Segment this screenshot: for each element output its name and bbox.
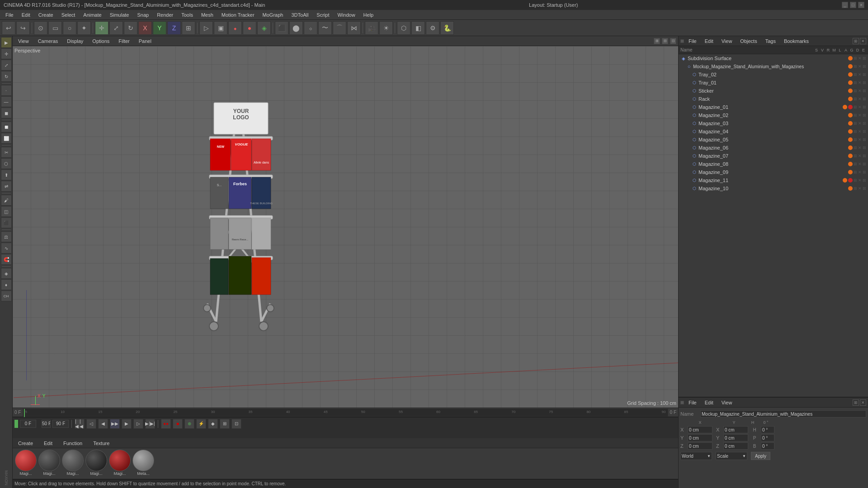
tool-points[interactable]: · — [1, 85, 12, 96]
vp-menu-cameras[interactable]: Cameras — [34, 38, 62, 45]
material-swatch-5[interactable]: Meta... — [132, 450, 155, 478]
prev-frame-button[interactable]: ◀ — [98, 419, 108, 429]
tool-sculpt[interactable]: ♦ — [1, 279, 12, 290]
motion-button[interactable]: ⚡ — [196, 419, 206, 429]
render-region-button[interactable]: ▣ — [214, 21, 227, 35]
y-axis-button[interactable]: Y — [153, 21, 166, 35]
mat-menu-function[interactable]: Function — [60, 440, 86, 447]
mat-menu-texture[interactable]: Texture — [90, 440, 113, 447]
end-frame-input[interactable] — [52, 420, 69, 428]
rotate-button[interactable]: ↻ — [124, 21, 137, 35]
obj-menu-objects[interactable]: Objects — [736, 38, 760, 45]
tool-weight[interactable]: ⚖ — [1, 231, 12, 242]
tool-extrude[interactable]: ⬆ — [1, 169, 12, 180]
menu-snap[interactable]: Snap — [133, 11, 152, 19]
obj-magazine-08[interactable]: ⬡ Magazine_08 ⊞✕⊠ — [679, 160, 868, 168]
first-frame-button[interactable]: |◀ — [75, 419, 85, 429]
redo-button[interactable]: ↪ — [16, 21, 30, 35]
light-button[interactable]: ☀ — [379, 21, 393, 35]
tool-workplane[interactable]: ⬜ — [1, 133, 12, 144]
vp-menu-filter[interactable]: Filter — [115, 38, 133, 45]
pos-x-input[interactable]: 0 cm — [688, 426, 712, 433]
pos-z-input[interactable]: 0 cm — [688, 442, 712, 450]
vp-menu-panel[interactable]: Panel — [135, 38, 155, 45]
move-button[interactable]: ✛ — [95, 21, 108, 35]
tool-bevel[interactable]: ⬡ — [1, 158, 12, 169]
scale-dropdown[interactable]: Scale ▼ — [716, 452, 747, 460]
anim-button[interactable]: ⊕ — [184, 419, 194, 429]
key-all-button[interactable]: ◆ — [208, 419, 218, 429]
tool-select[interactable]: ▶ — [1, 37, 12, 48]
menu-help[interactable]: Help — [360, 11, 377, 19]
prev-key-button[interactable]: ◁ — [86, 419, 96, 429]
obj-menu-tags[interactable]: Tags — [762, 38, 779, 45]
anim-key-button[interactable]: ⬥ — [228, 21, 242, 35]
live-select-button[interactable]: ⊙ — [34, 21, 47, 35]
obj-manager-icon-2[interactable]: ✕ — [860, 38, 866, 44]
obj-magazine-11[interactable]: ⬡ Magazine_11 ⊞✕⊠ — [679, 176, 868, 184]
obj-magazine-01[interactable]: ⬡ Magazine_01 ⊞✕⊠ — [679, 103, 868, 111]
obj-magazine-02[interactable]: ⬡ Magazine_02 ⊞✕⊠ — [679, 111, 868, 119]
next-key-button[interactable]: ▷ — [133, 419, 143, 429]
obj-menu-edit[interactable]: Edit — [701, 38, 717, 45]
obj-rack[interactable]: ⬡ Rack ⊞✕⊠ — [679, 95, 868, 103]
world-dropdown[interactable]: World ▼ — [680, 452, 712, 460]
tool-move[interactable]: ✛ — [1, 48, 12, 59]
settings-button[interactable]: ⚙ — [426, 21, 439, 35]
vp-menu-options[interactable]: Options — [89, 38, 113, 45]
obj-menu-view[interactable]: View — [718, 38, 736, 45]
current-frame-input[interactable] — [20, 420, 36, 428]
tool-smooth[interactable]: ∿ — [1, 243, 12, 253]
next-frame-button[interactable]: ▶ — [122, 419, 132, 429]
material-swatch-4[interactable]: Magi... — [108, 450, 131, 478]
menu-script[interactable]: Script — [313, 11, 333, 19]
tool-polys[interactable]: ◼ — [1, 108, 12, 118]
last-frame-button[interactable]: ▶| — [145, 419, 155, 429]
pos-x2-input[interactable]: 0 cm — [723, 426, 748, 433]
render-button[interactable]: ▷ — [199, 21, 213, 35]
viewport-icon-1[interactable]: ⊞ — [654, 38, 660, 44]
obj-tray-02[interactable]: ⬡ Tray_02 ⊞✕⊠ — [679, 70, 868, 79]
mat-menu-create[interactable]: Create — [14, 440, 37, 447]
viewport-icon-3[interactable]: ⊡ — [670, 38, 676, 44]
viewport[interactable]: X Y Y — [13, 46, 678, 408]
tool-scale[interactable]: ⤢ — [1, 60, 12, 70]
attr-menu-file[interactable]: File — [685, 399, 700, 406]
z-axis-button[interactable]: Z — [167, 21, 181, 35]
obj-magazine-10[interactable]: ⬡ Magazine_10 ⊞✕⊠ — [679, 184, 868, 192]
obj-manager-icon-1[interactable]: ⊞ — [853, 38, 859, 44]
tool-erase[interactable]: ◫ — [1, 206, 12, 217]
vp-menu-display[interactable]: Display — [63, 38, 87, 45]
apply-button[interactable]: Apply — [751, 452, 770, 460]
obj-menu-file[interactable]: File — [685, 38, 700, 45]
cube-button[interactable]: ⬛ — [275, 21, 288, 35]
nurbs-button[interactable]: ⌒ — [333, 21, 346, 35]
obj-magazine-09[interactable]: ⬡ Magazine_09 ⊞✕⊠ — [679, 168, 868, 176]
menu-create[interactable]: Create — [35, 11, 57, 19]
camera-button[interactable]: 🎥 — [365, 21, 378, 35]
fps-input[interactable] — [42, 420, 51, 428]
menu-simulate[interactable]: Simulate — [106, 11, 133, 19]
rect-select-button[interactable]: ▭ — [48, 21, 62, 35]
attr-name-value[interactable]: Mockup_Magazine_Stand_Aluminium_with_Mag… — [700, 410, 866, 418]
attr-icon-2[interactable]: ✕ — [860, 399, 866, 406]
stop-button[interactable]: ■ — [173, 419, 183, 429]
viewport-shading-button[interactable]: ⬡ — [397, 21, 410, 35]
obj-magazine-07[interactable]: ⬡ Magazine_07 ⊞✕⊠ — [679, 152, 868, 160]
anim-record-button[interactable]: ● — [243, 21, 256, 35]
b-input[interactable]: 0 ° — [761, 442, 774, 450]
menu-edit[interactable]: Edit — [18, 11, 34, 19]
material-swatch-0[interactable]: Magi... — [14, 450, 37, 478]
menu-window[interactable]: Window — [334, 11, 359, 19]
python-button[interactable]: 🐍 — [440, 21, 454, 35]
menu-tools[interactable]: Tools — [178, 11, 197, 19]
world-coord-button[interactable]: ⊞ — [182, 21, 195, 35]
tool-magnet[interactable]: 🧲 — [1, 254, 12, 265]
tool-edges[interactable]: — — [1, 96, 12, 107]
menu-3dtoall[interactable]: 3DToAll — [288, 11, 312, 19]
sphere-button[interactable]: ⬤ — [289, 21, 303, 35]
menu-file[interactable]: File — [2, 11, 17, 19]
pos-y-input[interactable]: 0 cm — [688, 434, 712, 441]
material-swatch-2[interactable]: Magi... — [61, 450, 84, 478]
viewport-icon-2[interactable]: ⊟ — [662, 38, 668, 44]
